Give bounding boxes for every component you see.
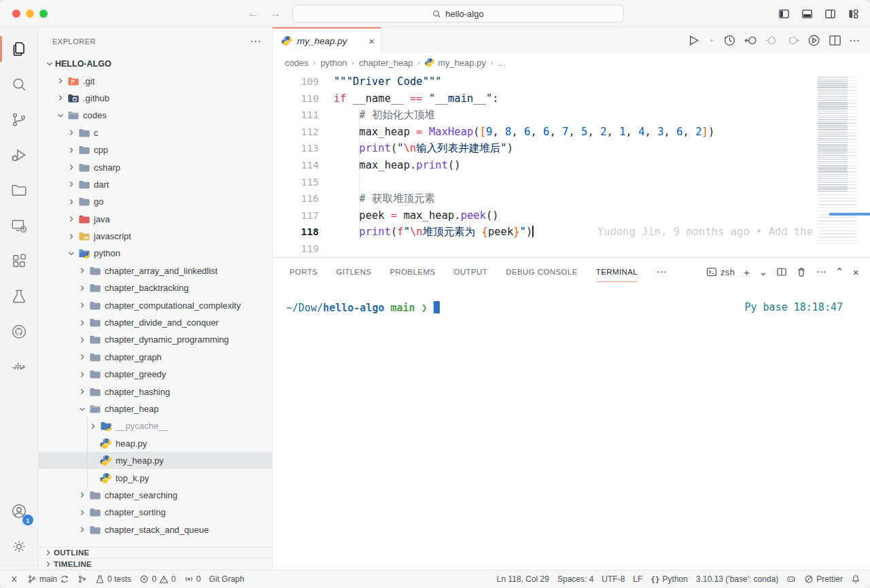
panel-tab-debug-console[interactable]: DEBUG CONSOLE xyxy=(506,265,578,279)
zoom-window-button[interactable] xyxy=(39,10,48,18)
status-prettier[interactable]: Prettier xyxy=(800,570,847,588)
code-line-114[interactable]: 114 max_heap.print() xyxy=(273,157,870,174)
run-python-file-icon[interactable] xyxy=(686,33,701,48)
activity-remote-explorer[interactable] xyxy=(0,208,38,243)
section-timeline[interactable]: TIMELINE xyxy=(39,558,272,570)
code-line-117[interactable]: 117 peek = max_heap.peek() xyxy=(273,207,870,224)
code-line-110[interactable]: 110if __name__ == "__main__": xyxy=(273,90,870,107)
panel-tab-terminal[interactable]: TERMINAL xyxy=(596,265,638,279)
status-remote[interactable] xyxy=(5,570,23,588)
breadcrumb-item-python[interactable]: python xyxy=(320,58,347,68)
status-git-branch[interactable]: main xyxy=(23,570,73,588)
split-editor-icon[interactable] xyxy=(828,33,842,48)
activity-settings-gear[interactable] xyxy=(0,529,38,564)
panel-tab-output[interactable]: OUTPUT xyxy=(454,265,488,279)
shell-selector[interactable]: zsh xyxy=(706,266,735,277)
code-line-109[interactable]: 109"""Driver Code""" xyxy=(273,73,870,90)
status-git-graph-button[interactable] xyxy=(73,570,91,588)
more-actions-icon[interactable]: ⋯ xyxy=(849,34,860,47)
navigate-forward-icon[interactable]: → xyxy=(270,7,281,20)
breadcrumb-item--[interactable]: ... xyxy=(498,58,506,68)
breadcrumb-item-chapter-heap[interactable]: chapter_heap xyxy=(359,58,413,68)
status-git-graph-label[interactable]: Git Graph xyxy=(205,570,248,588)
tree-item-chapter-sorting[interactable]: chapter_sorting xyxy=(39,504,272,521)
activity-search[interactable] xyxy=(0,67,38,102)
tree-item-go[interactable]: go xyxy=(39,193,272,210)
close-window-button[interactable] xyxy=(12,10,20,18)
tree-item-javascript[interactable]: JSjavascript xyxy=(39,228,272,245)
tree-item-chapter-searching[interactable]: chapter_searching xyxy=(39,487,272,504)
activity-extensions[interactable] xyxy=(0,243,38,279)
status-language-mode[interactable]: {}Python xyxy=(646,570,692,588)
split-terminal-icon[interactable] xyxy=(776,266,787,277)
panel-tab-gitlens[interactable]: GITLENS xyxy=(336,265,371,279)
tree-item-c[interactable]: c xyxy=(39,124,272,141)
breadcrumb-item-my-heap-py[interactable]: my_heap.py xyxy=(425,58,486,68)
tree-item-chapter-heap[interactable]: chapter_heap xyxy=(39,400,272,417)
status-python-interpreter[interactable]: 3.10.13 ('base': conda) xyxy=(692,570,782,588)
activity-run-debug[interactable] xyxy=(0,137,38,173)
explorer-more-actions-icon[interactable]: ⋯ xyxy=(250,38,261,45)
panel-more-actions-icon[interactable]: ⋯ xyxy=(816,266,826,278)
tree-item--git[interactable]: .git xyxy=(39,72,272,89)
tree-item--pycache-[interactable]: __pycache__ xyxy=(39,417,272,434)
activity-accounts[interactable]: 1 xyxy=(0,494,38,529)
maximize-panel-icon[interactable]: ⌃ xyxy=(835,266,844,278)
close-panel-icon[interactable]: × xyxy=(853,266,859,278)
tree-item-hello-algo[interactable]: HELLO-ALGO xyxy=(39,55,272,72)
tree-item-csharp[interactable]: csharp xyxy=(39,158,272,175)
tree-item-chapter-backtracking[interactable]: chapter_backtracking xyxy=(39,279,272,296)
tree-item-chapter-graph[interactable]: chapter_graph xyxy=(39,349,272,366)
breadcrumb-item-codes[interactable]: codes xyxy=(285,58,309,68)
activity-testing[interactable] xyxy=(0,279,38,314)
status-problems[interactable]: 00 xyxy=(135,570,179,588)
navigate-back-icon[interactable]: ← xyxy=(247,7,259,20)
prev-change-icon[interactable] xyxy=(765,33,779,48)
run-above-icon[interactable] xyxy=(807,33,821,48)
tree-item-chapter-hashing[interactable]: chapter_hashing xyxy=(39,383,272,400)
customize-layout-icon[interactable] xyxy=(848,8,859,20)
tree-item-chapter-computational-complexity[interactable]: chapter_computational_complexity xyxy=(39,296,272,313)
tree-item-heap-py[interactable]: heap.py xyxy=(39,435,272,452)
toggle-secondary-sidebar-icon[interactable] xyxy=(824,8,836,20)
code-line-115[interactable]: 115 xyxy=(273,174,870,191)
tree-item-cpp[interactable]: cpp xyxy=(39,141,272,158)
code-editor[interactable]: 109"""Driver Code"""110if __name__ == "_… xyxy=(273,72,870,257)
status-indentation[interactable]: Spaces: 4 xyxy=(553,570,597,588)
activity-explorer[interactable] xyxy=(0,31,38,67)
file-history-icon[interactable] xyxy=(723,33,737,48)
tree-item-chapter-array-and-linkedlist[interactable]: chapter_array_and_linkedlist xyxy=(39,262,272,279)
tree-item-my-heap-py[interactable]: my_heap.py xyxy=(39,452,272,469)
kill-terminal-icon[interactable] xyxy=(796,266,807,277)
tree-item-top-k-py[interactable]: top_k.py xyxy=(39,469,272,486)
tree-item-python[interactable]: python xyxy=(39,245,272,262)
terminal-dropdown-icon[interactable]: ⌄ xyxy=(759,266,767,278)
code-line-112[interactable]: 112 max_heap = MaxHeap([9, 8, 6, 6, 7, 5… xyxy=(273,124,870,141)
status-tunnels[interactable]: 0 xyxy=(180,570,205,588)
new-terminal-icon[interactable]: + xyxy=(744,266,750,278)
section-outline[interactable]: OUTLINE xyxy=(39,547,272,558)
activity-project-manager[interactable] xyxy=(0,173,38,208)
status-copilot[interactable] xyxy=(782,570,800,588)
tree-item-chapter-greedy[interactable]: chapter_greedy xyxy=(39,366,272,383)
tree-item--github[interactable]: .github xyxy=(39,90,272,107)
panel-more-tabs-icon[interactable]: ⋯ xyxy=(656,266,666,278)
command-center-search[interactable]: hello-algo xyxy=(292,5,624,22)
tab-close-icon[interactable]: × xyxy=(368,35,375,47)
terminal-view[interactable]: ~/Dow/hello-algo main ❯ Py base 18:18:47 xyxy=(273,286,870,570)
panel-tab-problems[interactable]: PROBLEMS xyxy=(389,265,435,279)
code-line-116[interactable]: 116 # 获取堆顶元素 xyxy=(273,190,870,207)
status-eol[interactable]: LF xyxy=(629,570,646,588)
tree-item-chapter-dynamic-programming[interactable]: chapter_dynamic_programming xyxy=(39,331,272,348)
run-dropdown-icon[interactable] xyxy=(708,33,716,48)
activity-source-control[interactable] xyxy=(0,102,38,137)
status-notifications[interactable] xyxy=(847,570,865,588)
activity-docker[interactable] xyxy=(0,349,38,385)
minimize-window-button[interactable] xyxy=(26,10,34,18)
tree-item-dart[interactable]: dart xyxy=(39,176,272,193)
tree-item-chapter-stack-and-queue[interactable]: chapter_stack_and_queue xyxy=(39,521,272,538)
tab-my-heap[interactable]: my_heap.py × xyxy=(273,27,381,53)
toggle-primary-sidebar-icon[interactable] xyxy=(778,8,790,20)
tree-item-java[interactable]: java xyxy=(39,211,272,228)
code-line-113[interactable]: 113 print("\n输入列表并建堆后") xyxy=(273,140,870,157)
